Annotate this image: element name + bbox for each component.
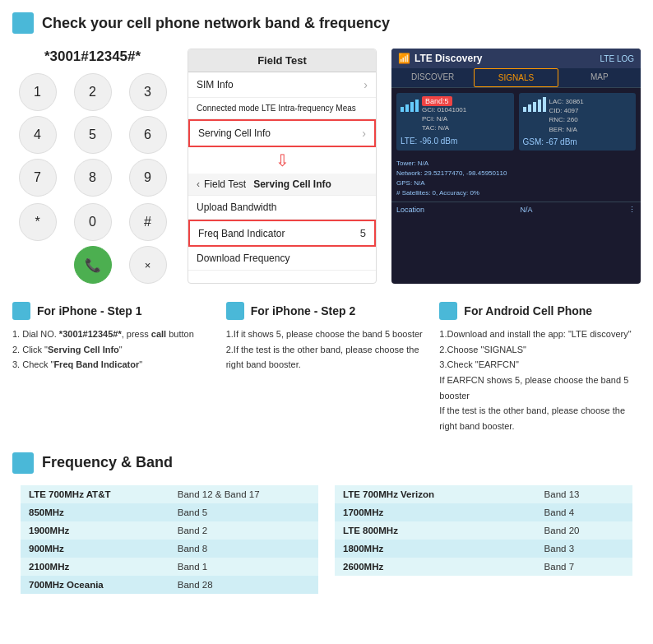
- att-table-col: LTE 700MHz AT&TBand 12 & Band 17850MHzBa…: [21, 485, 318, 594]
- att-table-row: 700MHz OceaniaBand 28: [21, 576, 318, 594]
- step3-line1: 1.Download and install the app: "LTE dis…: [439, 327, 641, 342]
- lte-tower: Tower: N/A: [396, 159, 636, 169]
- ft-serving-cell-row[interactable]: Serving Cell Info ›: [188, 119, 376, 147]
- tab-discover[interactable]: DISCOVER: [391, 68, 474, 87]
- step1-title: For iPhone - Step 1: [37, 304, 142, 317]
- verizon-table-row: 1800MHzBand 3: [335, 540, 632, 558]
- freq-title: Frequency & Band: [42, 454, 173, 471]
- ft-upload-label: Upload Bandwidth: [197, 202, 276, 213]
- lte-satellites: # Satellites: 0, Accuracy: 0%: [396, 188, 636, 198]
- att-band: Band 2: [169, 521, 318, 540]
- verizon-table-row: 1700MHzBand 4: [335, 503, 632, 521]
- tab-map[interactable]: MAP: [558, 68, 641, 87]
- verizon-table-col: LTE 700MHz VerizonBand 131700MHzBand 4LT…: [335, 485, 632, 594]
- cell2-rnc: RNC: 260: [549, 115, 584, 124]
- att-band: Band 5: [169, 503, 318, 521]
- step3-title: For Android Cell Phone: [464, 304, 592, 317]
- step3-line3: 3.Check "EARFCN": [439, 357, 641, 373]
- ft-download-label: Download Frequency: [197, 253, 289, 264]
- field-test-panel: Field Test SIM Info › Connected mode LTE…: [188, 49, 377, 284]
- att-frequency-table: LTE 700MHz AT&TBand 12 & Band 17850MHzBa…: [21, 485, 318, 594]
- key-hash[interactable]: #: [129, 203, 167, 241]
- ft-sim-row[interactable]: SIM Info ›: [188, 72, 376, 98]
- verizon-label: LTE 800MHz: [335, 521, 536, 540]
- dial-code: *3001#12345#*: [12, 49, 173, 65]
- step2-box: For iPhone - Step 2 1.If it shows 5, ple…: [226, 302, 428, 373]
- key-7[interactable]: 7: [19, 159, 57, 197]
- ft-download-row: Download Frequency: [188, 247, 376, 271]
- key-1[interactable]: 1: [19, 73, 57, 111]
- step2-blue-square: [226, 302, 244, 320]
- att-label: 2100MHz: [21, 558, 169, 576]
- ft-serving-cell-label: Serving Cell Info: [198, 127, 271, 139]
- back-arrow-icon: ‹: [197, 178, 200, 190]
- signal-icon: 📶: [398, 53, 410, 64]
- ft-upload-row: Upload Bandwidth: [188, 196, 376, 220]
- lte-location-row: Location N/A ⋮: [391, 202, 641, 217]
- ft-serving-chevron: ›: [362, 127, 366, 140]
- att-band: Band 1: [169, 558, 318, 576]
- key-star[interactable]: *: [19, 203, 57, 241]
- lte-tabs: DISCOVER SIGNALS MAP: [391, 68, 641, 88]
- step1-line1: 1. Dial NO. *3001#12345#*, press call bu…: [12, 327, 214, 342]
- key-9[interactable]: 9: [129, 159, 167, 197]
- lte-header: 📶 LTE Discovery LTE LOG: [391, 49, 641, 68]
- page-title-row: Check your cell phone network band & fre…: [12, 12, 641, 34]
- key-call[interactable]: 📞: [74, 246, 112, 284]
- freq-blue-square: [12, 452, 34, 474]
- att-band: Band 12 & Band 17: [169, 485, 318, 503]
- cell1-tac: TAC: N/A: [422, 123, 466, 132]
- keypad-grid: 1 2 3 4 5 6 7 8 9: [12, 73, 173, 197]
- ft-back-label: Field Test: [204, 178, 246, 190]
- step2-body: 1.If it shows 5, please choose the band …: [226, 327, 428, 373]
- page-title: Check your cell phone network band & fre…: [42, 15, 390, 32]
- key-3[interactable]: 3: [129, 73, 167, 111]
- verizon-band: Band 7: [536, 558, 632, 576]
- lte-network: Network: 29.52177470, -98.45950110: [396, 169, 636, 178]
- freq-tables-wrapper: LTE 700MHz AT&TBand 12 & Band 17850MHzBa…: [21, 485, 632, 594]
- att-table-row: 850MHzBand 5: [21, 503, 318, 521]
- more-icon[interactable]: ⋮: [628, 206, 636, 214]
- ft-freq-band-row[interactable]: Freq Band Indicator 5: [188, 220, 376, 247]
- step3-box: For Android Cell Phone 1.Download and in…: [439, 302, 641, 434]
- tab-signals[interactable]: SIGNALS: [474, 68, 558, 87]
- step2-title: For iPhone - Step 2: [251, 304, 356, 317]
- step3-line4: If EARFCN shows 5, please choose the ban…: [439, 373, 641, 403]
- ft-connected-row: Connected mode LTE Intra-frequency Meas: [188, 98, 376, 119]
- att-label: 850MHz: [21, 503, 169, 521]
- lte-header-left: 📶 LTE Discovery: [398, 53, 482, 64]
- lte-info-block: Tower: N/A Network: 29.52177470, -98.459…: [391, 155, 641, 202]
- verizon-frequency-table: LTE 700MHz VerizonBand 131700MHzBand 4LT…: [335, 485, 632, 576]
- title-blue-square: [12, 12, 34, 34]
- ft-subheader: ‹ Field Test Serving Cell Info: [188, 174, 376, 196]
- cell2-lac: LAC: 30861: [549, 97, 584, 106]
- step1-line3: 3. Check "Freq Band Indicator": [12, 357, 214, 373]
- att-table-row: 2100MHzBand 1: [21, 558, 318, 576]
- att-label: 1900MHz: [21, 521, 169, 540]
- key-0[interactable]: 0: [74, 203, 112, 241]
- step2-line1: 1.If it shows 5, please choose the band …: [226, 327, 428, 342]
- verizon-label: LTE 700MHz Verizon: [335, 485, 536, 503]
- lte-app-name: LTE Discovery: [414, 53, 482, 64]
- verizon-table-row: LTE 800MHzBand 20: [335, 521, 632, 540]
- verizon-band: Band 13: [536, 485, 632, 503]
- key-2[interactable]: 2: [74, 73, 112, 111]
- keypad-bottom-row: * 0 # 📞 ×: [12, 203, 173, 284]
- location-value: N/A: [521, 206, 533, 214]
- lte-body: Band:5 GCI: 01041001 PCI: N/A TAC: N/A L…: [391, 88, 641, 155]
- ft-sim-label: SIM Info: [197, 79, 234, 90]
- key-delete[interactable]: ×: [129, 246, 167, 284]
- key-8[interactable]: 8: [74, 159, 112, 197]
- key-6[interactable]: 6: [129, 116, 167, 154]
- ft-sub-title: Serving Cell Info: [253, 178, 331, 190]
- key-5[interactable]: 5: [74, 116, 112, 154]
- step1-box: For iPhone - Step 1 1. Dial NO. *3001#12…: [12, 302, 214, 373]
- att-table-row: 900MHzBand 8: [21, 540, 318, 558]
- verizon-band: Band 3: [536, 540, 632, 558]
- frequency-section: Frequency & Band LTE 700MHz AT&TBand 12 …: [12, 452, 641, 594]
- keypad-panel: *3001#12345#* 1 2 3 4 5 6 7 8 9 * 0 # 📞 …: [12, 49, 173, 284]
- key-4[interactable]: 4: [19, 116, 57, 154]
- cell2-dbm: GSM: -67 dBm: [523, 137, 632, 146]
- step3-blue-square: [439, 302, 457, 320]
- step3-body: 1.Download and install the app: "LTE dis…: [439, 327, 641, 434]
